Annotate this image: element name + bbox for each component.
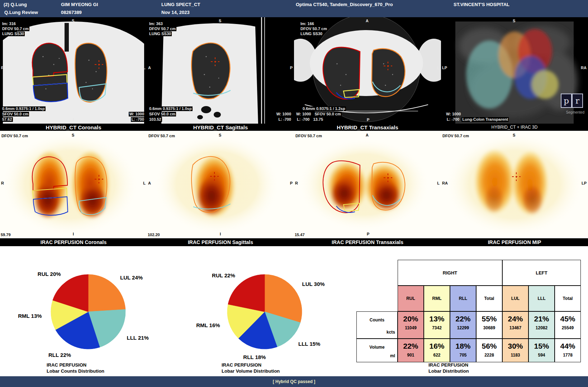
table-caption: IRAC PERFUSION Lobar Distribution (428, 362, 469, 374)
pie-slice-label: RML 16% (196, 322, 220, 328)
level-label: L: -700 (278, 117, 292, 122)
cell-percent: 16% (429, 342, 444, 350)
rml-lobe (531, 70, 559, 99)
dfov-label: DFOV 50.7 cm (148, 134, 175, 138)
cell-value: 25549 (562, 325, 574, 330)
orient-bottom: I (73, 118, 74, 122)
dfov-label: DFOV 50.7 cm (1, 27, 29, 31)
slice-location: 103.52 (148, 117, 162, 122)
slice-info: 0.6mm 0.9375:1 / 1.0sp (1, 106, 46, 111)
cell-percent: 44% (560, 342, 575, 350)
recon-preset: LUNG SS30 (148, 32, 172, 36)
segmented-caption: Segmented (566, 110, 584, 114)
table-cell-volume-lll: 15%594 (528, 339, 555, 362)
bed-line (261, 17, 262, 124)
window-label: W: 1000 (276, 112, 292, 116)
view-title: Q.Lung Review (4, 10, 38, 15)
cell-value: 705 (459, 353, 466, 358)
ct-coronal-viewport[interactable]: Im: 316 DFOV 50.7 cm LUNG SS30 S R L I 0… (0, 17, 147, 124)
slice-location: 13.75 (312, 117, 324, 122)
caption-line-1: IRAC PERFUSION (428, 362, 469, 368)
level-label: L: -700 (296, 117, 310, 122)
orient-right: LP (582, 181, 587, 186)
table-cell-counts-total: 55%30689 (476, 311, 502, 339)
dfov-label: DFOV 50.7 cm (300, 27, 328, 31)
window-label: W: 1000 (129, 112, 145, 116)
orient-bottom: I (220, 232, 221, 236)
table-group-left: LEFT (502, 260, 581, 286)
slice-location: 59.79 (1, 233, 11, 237)
perfusion-sagittal-viewport[interactable]: DFOV 50.7 cm S A P I 102.20 (147, 131, 294, 238)
study-date: Nov 14, 2023 (161, 10, 190, 15)
table-col-header-lll: LLL (528, 286, 555, 311)
slice-info: 0.6mm 0.9375:1 / 1.2sp (302, 106, 346, 111)
orient-left: R (1, 181, 4, 186)
pie-slice-label: RUL 20% (38, 271, 61, 277)
orient-top: S (72, 133, 74, 138)
orient-top: S (219, 133, 221, 138)
window-label: W: 1000 (446, 112, 461, 116)
orient-top: A (366, 19, 369, 23)
perfusion-mip-title: IRAC PERFUSION MIP (441, 238, 588, 246)
orient-top: S (72, 19, 74, 23)
perfusion-coronal-viewport[interactable]: DFOV 50.7 cm S R L I 59.79 (0, 131, 147, 238)
cell-value: 901 (407, 353, 414, 358)
bowel-gas (214, 112, 221, 118)
table-cell-counts-lll: 21%12082 (528, 311, 555, 339)
logo-letter-p: p (561, 94, 572, 108)
orient-left: R (1, 66, 4, 70)
orient-top: S (219, 19, 221, 23)
orient-top: S (513, 19, 515, 23)
qc-status: [ Hybrid QC passed ] (273, 379, 316, 384)
bowel-gas (201, 106, 211, 113)
ct-title-band: HYBRID_CT Coronals HYBRID_CT Sagittals H… (0, 124, 588, 131)
orient-right: L (437, 66, 440, 70)
cell-percent: 30% (508, 342, 523, 350)
study-name: LUNG SPECT_CT (161, 2, 200, 7)
table-cell-volume-rml: 16%622 (424, 339, 450, 362)
table-cell-counts-total: 45%25549 (555, 311, 581, 339)
orient-left: A (148, 181, 151, 186)
cell-value: 30689 (483, 325, 495, 330)
perfusion-transaxial-viewport[interactable]: DFOV 50.7 cm A R L P 15.47 (294, 131, 441, 238)
logo-letter-r: r (572, 94, 583, 108)
level-label: L: -700 (447, 117, 459, 122)
ct-sagittal-viewport[interactable]: Im: 363 DFOV 50.7 cm LUNG SS30 S A P I 0… (147, 17, 294, 124)
ct-3d-title: HYBRID_CT + IRAC 3D (441, 124, 588, 131)
orient-right: P (290, 66, 293, 70)
perfusion-coronal-image (0, 131, 147, 238)
caption-line-1: IRAC PERFUSION (222, 362, 280, 368)
perfusion-sagittal-image (147, 131, 294, 238)
sfov-label: SFOV 50.0 cm (314, 112, 341, 116)
table-row-label-volume: Volume ml (356, 339, 398, 362)
table-row-label-counts: Counts kcts (356, 311, 398, 339)
patient-id: 08267389 (61, 10, 82, 15)
pie-slice-label: LLL 21% (127, 335, 149, 341)
row-label: Volume (357, 345, 397, 350)
table-cell-counts-rll: 22%12299 (450, 311, 476, 339)
ct-sagittal-title: HYBRID_CT Sagittals (147, 124, 294, 131)
slice-info: 0.6mm 0.9375:1 / 1.0sp (148, 106, 193, 111)
volume-pie-caption: IRAC PERFUSION Lobar Volume Distribution (222, 362, 280, 374)
pie-slice-label: LLL 15% (298, 341, 320, 347)
ct-3d-viewport[interactable]: S LP RA W: 1000 L: -700 Lung-Colon Trans… (441, 17, 588, 124)
window-sfov-row: W: 1000 SFOV 50.0 cm (295, 112, 342, 116)
ct-transaxial-viewport[interactable]: Im: 166 DFOV 50.7 cm LUNG SS30 A R L P 0… (294, 17, 441, 124)
perfusion-mip-viewport[interactable]: DFOV 50.7 cm S RA LP (441, 131, 588, 238)
table-cell-volume-rul: 22%901 (398, 339, 424, 362)
pie-chart-volume: LUL 30%LLL 15%RLL 18%RML 16%RUL 22% (180, 248, 349, 363)
orient-bottom: P (367, 232, 369, 236)
slice-location: 57.62 (1, 117, 13, 122)
perfusion-transaxial-image (294, 131, 441, 238)
row-label: Counts (357, 317, 397, 322)
table-group-right: RIGHT (398, 260, 502, 286)
table-col-header-total: Total (476, 286, 502, 311)
pie-slice-label: RUL 22% (212, 272, 235, 278)
orient-left: A (148, 66, 151, 70)
perfusion-sagittal-title: IRAC PERFUSION Sagittals (147, 238, 294, 246)
orient-right: L (437, 181, 440, 186)
perfusion-coronal-title: IRAC PERFUSION Coronals (0, 238, 147, 246)
level-loc-row: L: -700 13.75 (296, 117, 324, 122)
sfov-label: SFOV 50.0 cm (148, 112, 176, 116)
slice-location: 102.20 (148, 233, 160, 237)
